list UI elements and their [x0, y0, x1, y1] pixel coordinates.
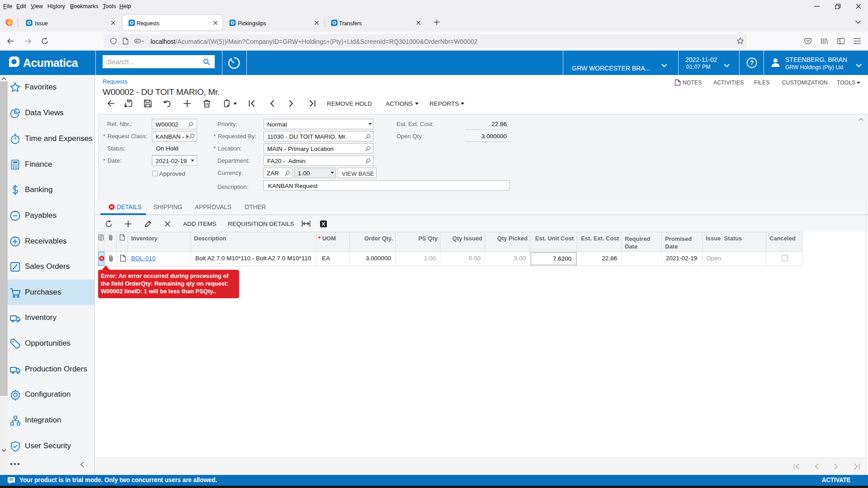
svg-text:?: ? — [750, 59, 754, 66]
